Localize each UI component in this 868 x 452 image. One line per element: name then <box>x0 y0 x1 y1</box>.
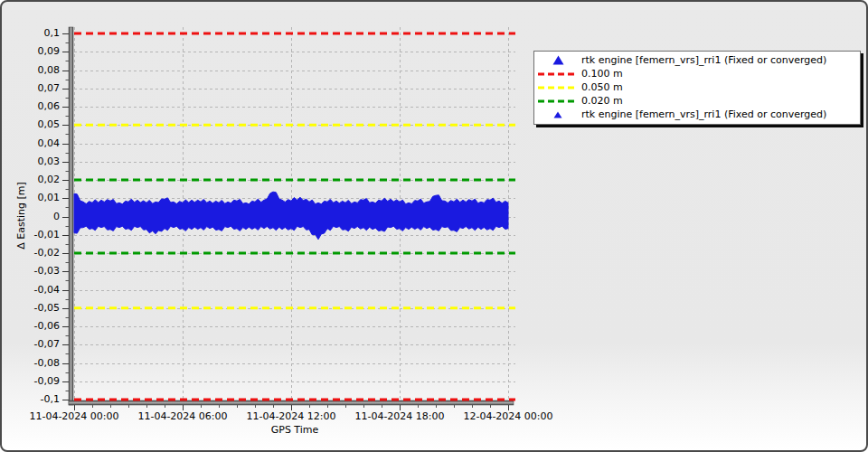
legend-item-label: 0.100 m <box>581 68 628 80</box>
y-tick-label: -0,05 <box>2 302 60 314</box>
y-tick-label: -0,06 <box>2 320 60 332</box>
legend-item-label: 0.050 m <box>581 81 628 93</box>
y-tick-label: 0,01 <box>2 192 60 203</box>
x-tick-label: 11-04-2024 00:00 <box>18 410 130 422</box>
legend-item: rtk engine [femern_vrs]_rri1 (Fixed or c… <box>534 108 860 121</box>
legend-item: 0.020 m <box>534 94 860 108</box>
dash-line-icon <box>534 86 581 89</box>
y-tick-label: 0,06 <box>2 100 60 112</box>
y-tick-label: -0,08 <box>2 357 60 369</box>
y-tick-label: 0,1 <box>2 27 60 39</box>
triangle-marker-icon <box>534 111 581 118</box>
y-tick-label: 0,05 <box>2 118 60 130</box>
y-tick-label: 0,08 <box>2 64 60 76</box>
legend: rtk engine [femern_vrs]_rri1 (Fixed or c… <box>533 51 861 125</box>
y-tick-label: 0,09 <box>2 45 60 57</box>
legend-item: 0.050 m <box>534 80 860 94</box>
chart-panel: Δ Easting [m] 0,10,090,080,070,060,050,0… <box>0 0 868 452</box>
dash-line-icon <box>534 72 581 76</box>
x-tick-label: 11-04-2024 06:00 <box>127 410 239 422</box>
triangle-marker-icon <box>534 55 581 65</box>
x-tick-label: 12-04-2024 00:00 <box>452 410 564 422</box>
y-tick-label: -0,09 <box>2 375 60 387</box>
legend-item-label: rtk engine [femern_vrs]_rri1 (Fixed or c… <box>581 108 832 120</box>
y-tick-label: 0,07 <box>2 82 60 94</box>
y-tick-label: -0,01 <box>2 229 60 240</box>
y-tick-label: -0,02 <box>2 247 60 259</box>
y-tick-label: -0,03 <box>2 265 60 277</box>
y-tick-label: 0,02 <box>2 174 60 185</box>
y-tick-label: 0,04 <box>2 137 60 149</box>
dash-line-icon <box>534 99 581 103</box>
y-tick-label: -0,07 <box>2 338 60 350</box>
x-axis-title: GPS Time <box>204 424 385 436</box>
y-tick-label: 0 <box>2 211 60 222</box>
legend-item: rtk engine [femern_vrs]_rri1 (Fixed or c… <box>534 53 860 67</box>
legend-item-label: rtk engine [femern_vrs]_rri1 (Fixed or c… <box>581 54 832 66</box>
legend-item: 0.100 m <box>534 67 860 80</box>
y-tick-label: 0,03 <box>2 155 60 167</box>
y-tick-label: -0,04 <box>2 284 60 296</box>
x-tick-label: 11-04-2024 18:00 <box>344 410 456 422</box>
data-series-band <box>74 192 508 240</box>
legend-item-label: 0.020 m <box>581 95 628 107</box>
x-tick-label: 11-04-2024 12:00 <box>235 410 347 422</box>
y-tick-label: -0,1 <box>2 393 60 405</box>
